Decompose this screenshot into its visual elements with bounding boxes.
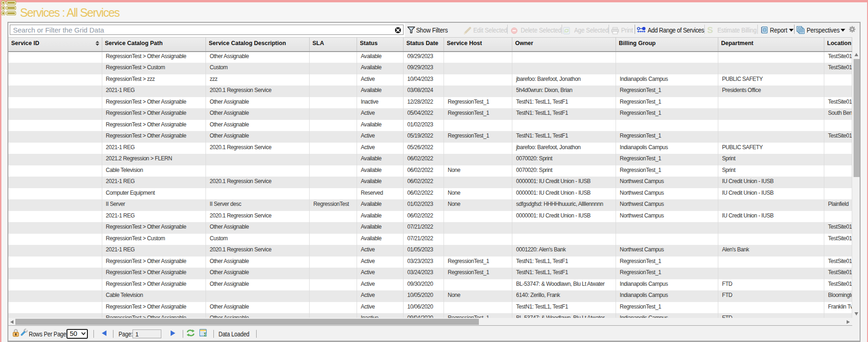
svg-text:Σ: Σ (204, 332, 207, 337)
